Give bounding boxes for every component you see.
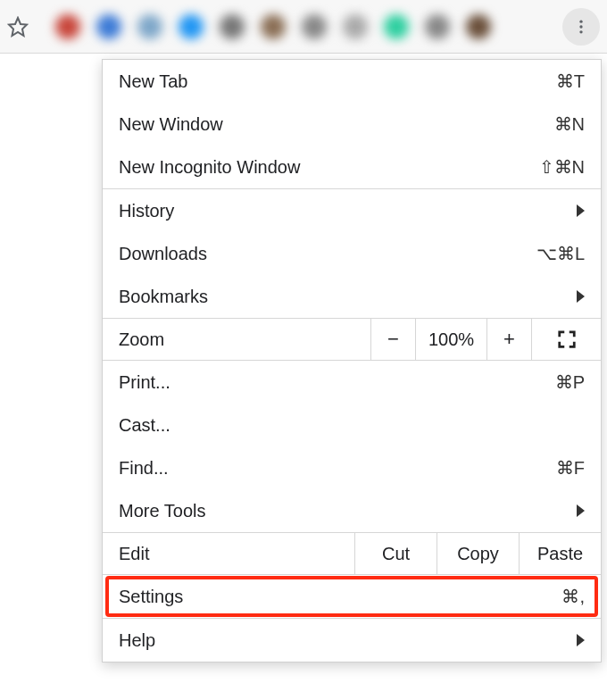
svg-point-2 [579, 25, 582, 28]
menu-item-shortcut: ⌘, [561, 586, 585, 607]
edit-paste-button[interactable]: Paste [519, 533, 601, 574]
browser-toolbar [0, 0, 607, 54]
menu-item-label: New Tab [119, 71, 556, 92]
menu-item-downloads[interactable]: Downloads ⌥⌘L [103, 232, 601, 275]
zoom-label: Zoom [103, 319, 370, 360]
extension-icon[interactable] [302, 14, 327, 39]
menu-item-settings[interactable]: Settings ⌘, [103, 575, 601, 618]
menu-item-label: Cast... [119, 415, 585, 436]
extension-icon[interactable] [96, 14, 121, 39]
menu-item-more-tools[interactable]: More Tools [103, 489, 601, 532]
extension-icon[interactable] [466, 14, 491, 39]
submenu-arrow-icon [577, 504, 585, 517]
menu-item-cast[interactable]: Cast... [103, 404, 601, 446]
submenu-arrow-icon [577, 204, 585, 217]
extension-icon[interactable] [137, 14, 162, 39]
menu-item-history[interactable]: History [103, 189, 601, 232]
svg-marker-0 [9, 18, 27, 36]
menu-item-edit: Edit Cut Copy Paste [103, 532, 601, 575]
submenu-arrow-icon [577, 634, 585, 646]
extension-icon[interactable] [343, 14, 368, 39]
edit-cut-button[interactable]: Cut [354, 533, 437, 574]
menu-item-find[interactable]: Find... ⌘F [103, 446, 601, 489]
menu-item-label: Print... [119, 372, 555, 393]
zoom-out-button[interactable]: − [370, 319, 415, 360]
menu-item-label: New Incognito Window [119, 157, 539, 178]
menu-item-label: History [119, 201, 577, 221]
more-menu-button[interactable] [562, 8, 600, 46]
menu-item-label: Find... [119, 458, 556, 479]
zoom-in-button[interactable]: + [486, 319, 531, 360]
menu-item-shortcut: ⌥⌘L [536, 243, 585, 264]
svg-point-3 [579, 30, 582, 33]
chrome-main-menu: New Tab ⌘T New Window ⌘N New Incognito W… [102, 59, 602, 662]
menu-item-print[interactable]: Print... ⌘P [103, 361, 601, 404]
menu-item-shortcut: ⌘P [555, 371, 585, 393]
extension-icon[interactable] [261, 14, 286, 39]
fullscreen-button[interactable] [531, 319, 601, 360]
extension-icon[interactable] [384, 14, 409, 39]
menu-item-label: More Tools [119, 501, 577, 521]
menu-item-label: Downloads [119, 244, 536, 264]
submenu-arrow-icon [577, 290, 585, 303]
menu-item-zoom: Zoom − 100% + [103, 318, 601, 361]
extension-icon[interactable] [220, 14, 245, 39]
vertical-dots-icon [572, 18, 590, 36]
menu-item-shortcut: ⌘F [556, 457, 585, 479]
bookmark-star-icon[interactable] [7, 16, 29, 38]
menu-item-bookmarks[interactable]: Bookmarks [103, 275, 601, 318]
extension-icon[interactable] [55, 14, 80, 39]
fullscreen-icon [557, 329, 577, 349]
menu-item-new-window[interactable]: New Window ⌘N [103, 103, 601, 146]
menu-item-help[interactable]: Help [103, 619, 601, 662]
edit-label: Edit [103, 533, 354, 574]
menu-item-new-tab[interactable]: New Tab ⌘T [103, 60, 601, 103]
menu-item-shortcut: ⌘N [554, 113, 585, 135]
edit-copy-button[interactable]: Copy [437, 533, 519, 574]
extension-icons-strip [55, 14, 553, 39]
menu-item-incognito[interactable]: New Incognito Window ⇧⌘N [103, 146, 601, 188]
menu-item-label: New Window [119, 114, 554, 135]
zoom-percentage: 100% [415, 319, 486, 360]
menu-item-shortcut: ⌘T [556, 71, 585, 92]
menu-item-label: Settings [119, 587, 561, 607]
menu-item-shortcut: ⇧⌘N [539, 156, 585, 178]
menu-item-label: Help [119, 630, 577, 651]
extension-icon[interactable] [425, 14, 450, 39]
extension-icon[interactable] [179, 14, 204, 39]
menu-item-label: Bookmarks [119, 287, 577, 307]
svg-point-1 [579, 20, 582, 22]
